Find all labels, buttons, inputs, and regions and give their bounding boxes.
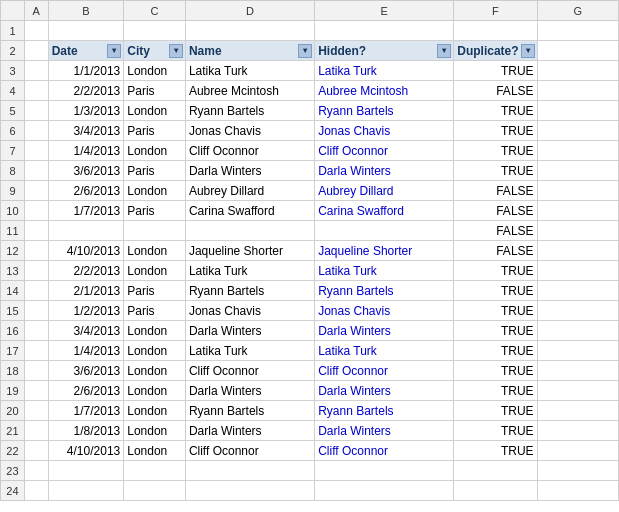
cell-a3[interactable] [24,61,48,81]
cell-hidden-11[interactable] [315,221,454,241]
cell-duplicate-21[interactable]: TRUE [454,421,537,441]
cell-duplicate-4[interactable]: FALSE [454,81,537,101]
cell-hidden-8[interactable]: Darla Winters [315,161,454,181]
cell-name-11[interactable] [185,221,314,241]
header-city[interactable]: City▾ [124,41,186,61]
cell-city-7[interactable]: London [124,141,186,161]
col-header-f[interactable]: F [454,1,537,21]
cell-a11[interactable] [24,221,48,241]
cell-duplicate-15[interactable]: TRUE [454,301,537,321]
cell-city-19[interactable]: London [124,381,186,401]
cell-name-1[interactable] [185,21,314,41]
cell-city-11[interactable] [124,221,186,241]
cell-duplicate-6[interactable]: TRUE [454,121,537,141]
cell-name-10[interactable]: Carina Swafford [185,201,314,221]
cell-city-13[interactable]: London [124,261,186,281]
cell-city-23[interactable] [124,461,186,481]
cell-a23[interactable] [24,461,48,481]
cell-duplicate-1[interactable] [454,21,537,41]
cell-name-23[interactable] [185,461,314,481]
cell-hidden-5[interactable]: Ryann Bartels [315,101,454,121]
cell-a12[interactable] [24,241,48,261]
cell-duplicate-17[interactable]: TRUE [454,341,537,361]
cell-city-14[interactable]: Paris [124,281,186,301]
cell-date-19[interactable]: 2/6/2013 [48,381,124,401]
cell-g-23[interactable] [537,461,618,481]
cell-duplicate-7[interactable]: TRUE [454,141,537,161]
cell-hidden-20[interactable]: Ryann Bartels [315,401,454,421]
cell-duplicate-12[interactable]: FALSE [454,241,537,261]
hidden-filter-arrow[interactable]: ▾ [437,44,451,58]
cell-g-7[interactable] [537,141,618,161]
cell-duplicate-19[interactable]: TRUE [454,381,537,401]
cell-name-22[interactable]: Cliff Oconnor [185,441,314,461]
cell-date-4[interactable]: 2/2/2013 [48,81,124,101]
cell-name-17[interactable]: Latika Turk [185,341,314,361]
col-header-d[interactable]: D [185,1,314,21]
cell-date-23[interactable] [48,461,124,481]
cell-a20[interactable] [24,401,48,421]
cell-name-14[interactable]: Ryann Bartels [185,281,314,301]
cell-a8[interactable] [24,161,48,181]
cell-a5[interactable] [24,101,48,121]
header-duplicate[interactable]: Duplicate?▾ [454,41,537,61]
cell-duplicate-18[interactable]: TRUE [454,361,537,381]
cell-date-15[interactable]: 1/2/2013 [48,301,124,321]
cell-city-24[interactable] [124,481,186,501]
cell-duplicate-5[interactable]: TRUE [454,101,537,121]
col-header-b[interactable]: B [48,1,124,21]
cell-g-20[interactable] [537,401,618,421]
cell-date-17[interactable]: 1/4/2013 [48,341,124,361]
cell-duplicate-20[interactable]: TRUE [454,401,537,421]
cell-duplicate-9[interactable]: FALSE [454,181,537,201]
cell-duplicate-11[interactable]: FALSE [454,221,537,241]
header-name[interactable]: Name▾ [185,41,314,61]
cell-date-5[interactable]: 1/3/2013 [48,101,124,121]
cell-city-4[interactable]: Paris [124,81,186,101]
cell-date-12[interactable]: 4/10/2013 [48,241,124,261]
cell-city-5[interactable]: London [124,101,186,121]
cell-city-1[interactable] [124,21,186,41]
cell-g-10[interactable] [537,201,618,221]
cell-duplicate-23[interactable] [454,461,537,481]
cell-a22[interactable] [24,441,48,461]
cell-city-16[interactable]: London [124,321,186,341]
cell-duplicate-8[interactable]: TRUE [454,161,537,181]
cell-a24[interactable] [24,481,48,501]
cell-city-18[interactable]: London [124,361,186,381]
cell-a21[interactable] [24,421,48,441]
cell-g-3[interactable] [537,61,618,81]
cell-hidden-4[interactable]: Aubree Mcintosh [315,81,454,101]
cell-g-15[interactable] [537,301,618,321]
cell-a13[interactable] [24,261,48,281]
cell-name-7[interactable]: Cliff Oconnor [185,141,314,161]
cell-city-3[interactable]: London [124,61,186,81]
cell-a4[interactable] [24,81,48,101]
cell-date-7[interactable]: 1/4/2013 [48,141,124,161]
cell-date-20[interactable]: 1/7/2013 [48,401,124,421]
cell-g-8[interactable] [537,161,618,181]
col-header-c[interactable]: C [124,1,186,21]
cell-name-18[interactable]: Cliff Oconnor [185,361,314,381]
cell-name-3[interactable]: Latika Turk [185,61,314,81]
cell-hidden-14[interactable]: Ryann Bartels [315,281,454,301]
cell-g-13[interactable] [537,261,618,281]
cell-hidden-9[interactable]: Aubrey Dillard [315,181,454,201]
cell-date-21[interactable]: 1/8/2013 [48,421,124,441]
cell-city-12[interactable]: London [124,241,186,261]
cell-duplicate-22[interactable]: TRUE [454,441,537,461]
cell-city-20[interactable]: London [124,401,186,421]
cell-g-1[interactable] [537,21,618,41]
cell-duplicate-13[interactable]: TRUE [454,261,537,281]
cell-hidden-16[interactable]: Darla Winters [315,321,454,341]
cell-name-5[interactable]: Ryann Bartels [185,101,314,121]
cell-g-16[interactable] [537,321,618,341]
cell-name-4[interactable]: Aubree Mcintosh [185,81,314,101]
cell-name-6[interactable]: Jonas Chavis [185,121,314,141]
cell-hidden-12[interactable]: Jaqueline Shorter [315,241,454,261]
cell-city-22[interactable]: London [124,441,186,461]
cell-city-15[interactable]: Paris [124,301,186,321]
name-filter-arrow[interactable]: ▾ [298,44,312,58]
cell-hidden-21[interactable]: Darla Winters [315,421,454,441]
cell-a6[interactable] [24,121,48,141]
